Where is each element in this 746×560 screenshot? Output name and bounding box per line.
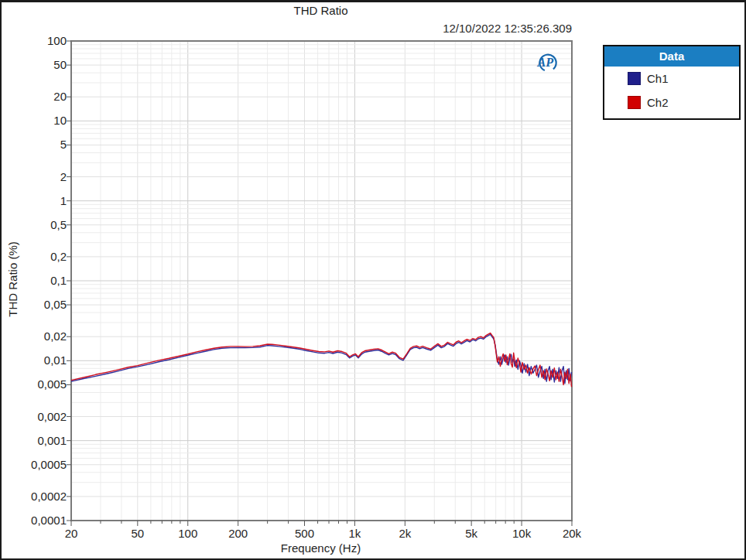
y-tick-label: 0,5 [2,218,67,232]
legend-item-ch2[interactable]: Ch2 [604,90,739,114]
ch1-color-swatch [628,72,641,85]
y-tick-label: 0,001 [2,434,67,448]
x-tick-label: 100 [163,527,213,540]
x-axis-title: Frequency (Hz) [70,541,572,555]
x-tick-label: 20 [46,527,96,540]
y-tick-label: 5 [2,138,67,152]
app-window: THD Ratio 12/10/2022 12:35:26.309 100502… [0,0,746,560]
y-tick-label: 0,002 [2,410,67,424]
y-tick-label: 0,01 [2,353,67,367]
y-axis-title: THD Ratio (%) [6,241,19,317]
legend-panel: Data Ch1 Ch2 [603,45,741,120]
y-tick-label: 0,0002 [2,490,67,504]
y-tick-label: 50 [2,58,67,72]
y-tick-label: 0,0005 [2,458,67,472]
y-tick-label: 10 [2,114,67,128]
plot-area[interactable] [71,41,572,521]
chart-title: THD Ratio [70,4,572,17]
svg-text:AP: AP [537,56,554,69]
x-tick-label: 20k [547,527,597,540]
y-tick-label: 0,005 [2,377,67,391]
x-tick-label: 5k [447,527,496,540]
y-tick-label: 2 [2,170,67,184]
audio-precision-logo-icon: AP [536,49,562,75]
x-tick-label: 2k [380,527,429,540]
y-tick-label: 0,02 [2,330,67,343]
measurement-timestamp: 12/10/2022 12:35:26.309 [70,22,572,35]
legend-item-ch1[interactable]: Ch1 [604,67,739,90]
y-tick-label: 1 [2,194,67,208]
y-tick-label: 100 [2,34,67,48]
x-tick-label: 200 [214,527,263,540]
x-tick-label: 10k [497,527,546,540]
x-tick-label: 50 [113,527,163,540]
y-tick-label: 20 [2,90,67,104]
curve-ch2 [71,333,572,388]
ch2-label: Ch2 [647,96,669,109]
x-tick-label: 500 [279,527,329,540]
ch1-label: Ch1 [647,72,669,85]
y-tick-label: 0,0001 [2,514,67,528]
legend-title: Data [604,46,739,67]
x-tick-label: 1k [330,527,379,540]
ch2-color-swatch [628,96,641,109]
